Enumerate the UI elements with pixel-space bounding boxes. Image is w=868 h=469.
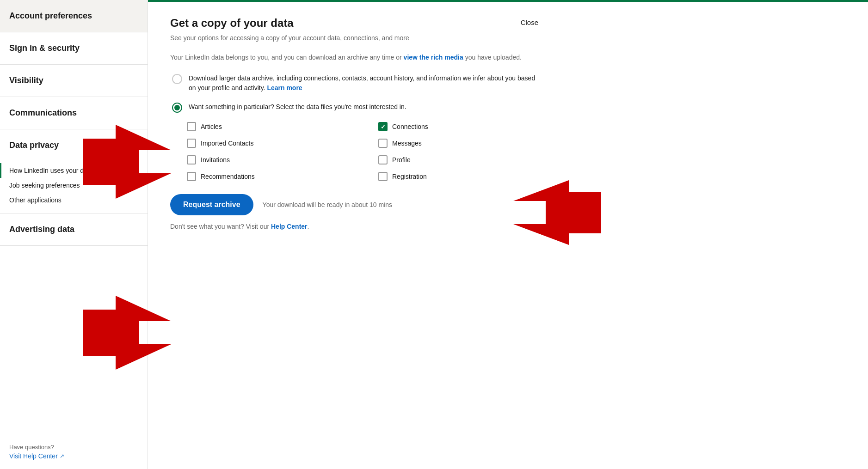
close-button[interactable]: Close [517,17,542,28]
help-center-bottom-link[interactable]: Help Center [271,223,308,230]
radio-option-particular[interactable]: Want something in particular? Select the… [170,102,542,113]
checkbox-item-messages[interactable]: Messages [378,139,542,148]
checkbox-registration[interactable] [378,172,388,181]
learn-more-link[interactable]: Learn more [267,84,302,91]
sidebar-section-advertising: Advertising data [0,213,148,246]
page-subtitle: See your options for accessing a copy of… [170,33,542,43]
radio-circle-larger-archive[interactable] [172,74,182,84]
sidebar-section-sign-in: Sign in & security [0,32,148,65]
checkbox-item-registration[interactable]: Registration [378,172,542,181]
sidebar-item-account-preferences[interactable]: Account preferences [0,0,148,32]
sidebar-sub-section-data-privacy: How LinkedIn uses your data Job seeking … [0,161,148,213]
checkbox-item-recommendations[interactable]: Recommendations [187,172,351,181]
page-header: Get a copy of your data Close [170,17,542,30]
external-link-icon: ↗ [60,453,64,459]
checkbox-label-invitations: Invitations [201,156,230,164]
sidebar-item-data-privacy[interactable]: Data privacy [0,129,148,161]
help-center-label: Visit Help Center [9,452,58,460]
footer-question-label: Have questions? [9,444,138,451]
sidebar-item-job-seeking[interactable]: Job seeking preferences [0,178,148,193]
sidebar-item-communications[interactable]: Communications [0,97,148,129]
visit-help-center-link[interactable]: Visit Help Center ↗ [9,452,138,460]
checkbox-label-connections: Connections [392,123,428,130]
checkbox-item-articles[interactable]: Articles [187,122,351,131]
sidebar-item-sign-in-security[interactable]: Sign in & security [0,32,148,64]
bottom-text: Don't see what you want? Visit our Help … [170,223,542,230]
checkbox-connections[interactable] [378,122,388,131]
sidebar-item-other-applications[interactable]: Other applications [0,193,148,207]
checkbox-label-recommendations: Recommendations [201,173,255,180]
info-text: Your LinkedIn data belongs to you, and y… [170,52,542,62]
checkbox-label-registration: Registration [392,173,427,180]
request-archive-button[interactable]: Request archive [170,194,253,215]
checkbox-imported-contacts[interactable] [187,139,196,148]
page-title: Get a copy of your data [170,17,294,30]
rich-media-link[interactable]: view the rich media [404,54,463,61]
sidebar-section-data-privacy: Data privacy How LinkedIn uses your data… [0,129,148,213]
checkbox-label-imported-contacts: Imported Contacts [201,140,253,147]
sidebar-item-advertising-data[interactable]: Advertising data [0,213,148,245]
checkbox-item-imported-contacts[interactable]: Imported Contacts [187,139,351,148]
main-content: Get a copy of your data Close See your o… [148,0,868,469]
checkbox-messages[interactable] [378,139,388,148]
radio-label-particular: Want something in particular? Select the… [189,102,540,112]
sidebar-section-communications: Communications [0,97,148,129]
checkbox-articles[interactable] [187,122,196,131]
checkbox-label-articles: Articles [201,123,222,130]
checkbox-item-connections[interactable]: Connections [378,122,542,131]
sidebar-item-how-linkedin-uses[interactable]: How LinkedIn uses your data [0,163,148,178]
checkbox-label-messages: Messages [392,140,422,147]
checkbox-recommendations[interactable] [187,172,196,181]
info-text-before: Your LinkedIn data belongs to you, and y… [170,54,404,61]
radio-text-larger-archive: Download larger data archive, including … [189,74,535,91]
content-area: Get a copy of your data Close See your o… [148,2,564,245]
checkbox-grid: Articles Connections Imported Contacts M… [187,122,542,181]
checkbox-label-profile: Profile [392,156,411,164]
checkbox-profile[interactable] [378,155,388,164]
checkbox-item-invitations[interactable]: Invitations [187,155,351,164]
sidebar-footer: Have questions? Visit Help Center ↗ [0,434,148,469]
bottom-text-after: . [308,223,309,230]
bottom-text-before: Don't see what you want? Visit our [170,223,271,230]
radio-option-larger-archive[interactable]: Download larger data archive, including … [170,73,542,93]
checkbox-invitations[interactable] [187,155,196,164]
ready-text: Your download will be ready in about 10 … [263,201,392,208]
request-area: Request archive Your download will be re… [170,194,542,215]
sidebar-section-account-preferences: Account preferences [0,0,148,32]
sidebar: Account preferences Sign in & security V… [0,0,148,469]
radio-label-larger-archive: Download larger data archive, including … [189,73,540,93]
sidebar-section-visibility: Visibility [0,65,148,97]
sidebar-item-visibility[interactable]: Visibility [0,65,148,97]
checkbox-item-profile[interactable]: Profile [378,155,542,164]
radio-circle-particular[interactable] [172,103,182,113]
info-text-after: you have uploaded. [463,54,522,61]
